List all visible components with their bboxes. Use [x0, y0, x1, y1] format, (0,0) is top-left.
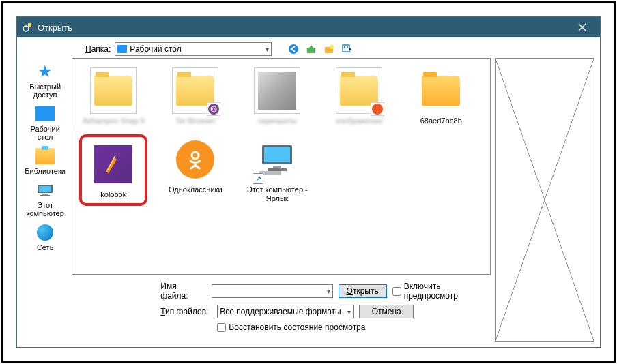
svg-point-15 — [211, 106, 216, 112]
file-item-folder[interactable]: изображения — [325, 65, 393, 127]
folder-icon — [422, 76, 460, 106]
new-folder-button[interactable] — [322, 42, 336, 56]
svg-rect-8 — [343, 45, 349, 52]
svg-rect-10 — [347, 46, 348, 48]
file-label: Tor Browser — [175, 117, 216, 125]
toolbar: Папка: Рабочий стол ▾ — [17, 37, 600, 58]
file-label: kolobok — [100, 190, 126, 199]
sidebar-item-label: Сеть — [37, 243, 53, 252]
svg-rect-5 — [307, 48, 315, 53]
sidebar-quick-access[interactable]: ★ Быстрый доступ — [23, 62, 68, 99]
svg-point-7 — [330, 45, 334, 49]
odnoklassniki-icon — [176, 140, 214, 179]
svg-rect-1 — [28, 23, 31, 27]
svg-rect-20 — [273, 166, 281, 168]
preview-pane — [495, 58, 594, 342]
libraries-icon — [35, 148, 55, 164]
globe-icon — [37, 224, 53, 241]
file-item-folder[interactable]: Ashampoo Snap 9 — [79, 65, 147, 127]
file-item-folder[interactable]: 68aed7bb8b — [407, 65, 475, 127]
sidebar-network[interactable]: Сеть — [23, 223, 68, 252]
app-icon — [21, 21, 33, 33]
chevron-down-icon: ▾ — [266, 46, 269, 53]
svg-rect-13 — [42, 194, 48, 195]
svg-point-16 — [212, 108, 215, 110]
filename-input[interactable]: ▾ — [212, 284, 333, 298]
computer-icon — [258, 142, 296, 177]
desktop-small-icon — [117, 45, 127, 53]
folder-icon — [94, 76, 132, 106]
open-file-dialog: Открыть Папка: Рабочий стол ▾ ★ Быстрый … — [16, 16, 601, 348]
tor-icon — [208, 104, 219, 115]
restore-state-checkbox[interactable]: Восстановить состояние просмотра — [217, 322, 365, 332]
sidebar: ★ Быстрый доступ Рабочий стол Библиотеки… — [23, 58, 68, 342]
bottom-controls: Имя файла: ▾ Открыть Включить предпросмо… — [72, 279, 490, 342]
close-button[interactable] — [569, 17, 596, 37]
svg-point-0 — [23, 26, 29, 31]
desktop-icon — [35, 106, 55, 121]
titlebar: Открыть — [17, 17, 600, 37]
view-mode-button[interactable] — [340, 42, 354, 56]
ubuntu-icon — [372, 104, 383, 115]
sidebar-item-label: Библиотеки — [25, 167, 66, 175]
back-button[interactable] — [287, 42, 300, 56]
svg-rect-21 — [268, 168, 287, 171]
file-list[interactable]: Ashampoo Snap 9 Tor Browser скриншоты из… — [72, 58, 490, 275]
chevron-down-icon[interactable]: ▾ — [327, 288, 330, 295]
svg-rect-19 — [264, 147, 290, 162]
svg-rect-14 — [40, 195, 50, 196]
titlebar-title: Открыть — [38, 22, 569, 33]
sidebar-item-label: Быстрый доступ — [23, 82, 68, 99]
sidebar-libraries[interactable]: Библиотеки — [23, 147, 68, 175]
filetype-label: Тип файлов: — [160, 307, 212, 316]
filetype-dropdown[interactable]: Все поддерживаемые форматы▾ — [217, 305, 354, 318]
folder-label: Папка: — [85, 44, 111, 54]
file-item-odnoklassniki[interactable]: Одноклассники — [161, 134, 229, 206]
file-item-pc-shortcut[interactable]: ↗ Этот компьютер - Ярлык — [243, 134, 311, 206]
up-folder-button[interactable] — [304, 42, 318, 56]
chevron-down-icon[interactable]: ▾ — [347, 308, 351, 316]
file-label: Одноклассники — [169, 185, 223, 194]
open-button[interactable]: Открыть — [339, 284, 387, 298]
svg-point-4 — [289, 44, 298, 54]
image-thumb-icon — [258, 72, 296, 110]
sidebar-item-label: Этот компьютер — [23, 201, 68, 217]
file-item-kolobok[interactable]: kolobok — [79, 134, 147, 206]
file-label: скриншоты — [258, 117, 296, 125]
folder-icon — [340, 76, 378, 106]
svg-rect-12 — [39, 186, 51, 192]
star-icon: ★ — [38, 62, 53, 81]
enable-preview-checkbox[interactable]: Включить предпросмотр — [392, 282, 485, 301]
computer-icon — [35, 183, 55, 197]
folder-dropdown-value: Рабочий стол — [130, 44, 266, 54]
file-label: Этот компьютер - Ярлык — [245, 185, 309, 203]
main-area: ★ Быстрый доступ Рабочий стол Библиотеки… — [17, 58, 600, 347]
close-icon — [578, 23, 586, 31]
sidebar-item-label: Рабочий стол — [23, 125, 68, 141]
folder-dropdown[interactable]: Рабочий стол ▾ — [115, 42, 272, 56]
kolobok-icon — [94, 145, 132, 183]
svg-rect-9 — [344, 46, 345, 48]
file-label: 68aed7bb8b — [420, 117, 462, 125]
file-label: изображения — [336, 117, 382, 125]
sidebar-this-pc[interactable]: Этот компьютер — [23, 181, 68, 217]
folder-icon — [176, 76, 214, 106]
shortcut-arrow-icon: ↗ — [253, 173, 263, 184]
file-label: Ashampoo Snap 9 — [83, 117, 145, 125]
file-item-folder[interactable]: скриншоты — [243, 65, 311, 127]
cancel-button[interactable]: Отмена — [359, 305, 414, 318]
file-item-folder[interactable]: Tor Browser — [161, 65, 229, 127]
svg-point-17 — [192, 152, 199, 159]
filename-label: Имя файла: — [160, 282, 205, 301]
sidebar-desktop[interactable]: Рабочий стол — [23, 104, 68, 141]
